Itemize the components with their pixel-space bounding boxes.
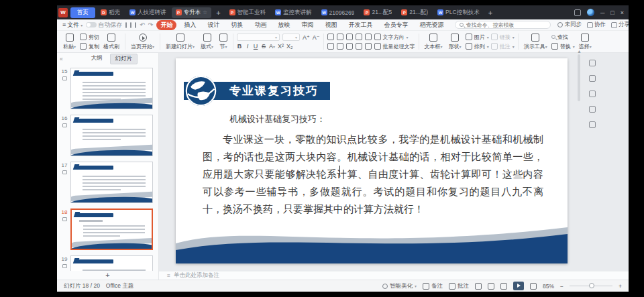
distribute-icon[interactable] — [365, 43, 372, 50]
strikethrough-button[interactable]: S — [261, 43, 266, 50]
file-menu[interactable]: ≡文件▾ — [62, 21, 83, 29]
account-avatar[interactable] — [587, 9, 594, 16]
justify-icon[interactable] — [356, 43, 362, 50]
bold-button[interactable]: B — [237, 43, 242, 50]
slide-canvas[interactable]: 专业课复习技巧 机械设计基础复习技巧： 专业课这一块，零散的知识点比较多，我学的… — [176, 58, 568, 263]
slide-15-thumbnail[interactable] — [70, 68, 153, 109]
vertical-scrollbar[interactable] — [578, 54, 580, 101]
shapes-button[interactable]: 形状▾ — [447, 31, 464, 52]
cut-button[interactable]: 剪切 — [80, 34, 99, 41]
batch-text-button[interactable]: 批量处理文字 — [374, 43, 415, 50]
link-button[interactable]: 链接▾ — [491, 34, 515, 41]
slide-19-thumbnail[interactable] — [70, 255, 153, 271]
undo-icon[interactable]: ↶ — [140, 21, 145, 28]
tab-document-7[interactable]: WPLC控制技术 — [433, 7, 484, 18]
redo-icon[interactable]: ↷ — [148, 21, 154, 28]
close-button[interactable]: × — [621, 9, 624, 16]
ribbon-tab-transition[interactable]: 切换 — [227, 20, 247, 30]
textbox-button[interactable]: 文本框▾ — [423, 31, 445, 52]
notes-toggle-button[interactable]: 备注 — [423, 282, 443, 290]
tab-outline[interactable]: 大纲 — [87, 54, 107, 64]
play-from-current-button[interactable]: 当页开始▾ — [129, 31, 156, 52]
tab-slides[interactable]: 幻灯片 — [110, 54, 138, 64]
comments-toggle-button[interactable]: 批注 — [449, 282, 469, 290]
ribbon-tab-review[interactable]: 审阅 — [297, 20, 317, 30]
shrink-font-button[interactable]: A⁻ — [313, 34, 320, 41]
tab-document-1[interactable]: W人技巡聘讲 — [125, 7, 170, 18]
increase-indent-icon[interactable] — [356, 34, 362, 40]
layout-button[interactable]: 版式▾ — [199, 31, 215, 52]
tab-document-2[interactable]: P智能工业科 — [225, 7, 270, 18]
slide-body-text[interactable]: 专业课这一块，零散的知识点比较多，我学的是机械设计基础和机械制图，考的话也是这两… — [203, 131, 543, 218]
underline-button[interactable]: U — [253, 43, 258, 50]
smart-beautify-button[interactable]: 智能美化▾ — [382, 282, 417, 290]
font-size-select[interactable]: ▾ — [282, 34, 300, 41]
align-left-icon[interactable] — [327, 43, 334, 50]
ribbon-tab-design[interactable]: 设计 — [203, 20, 223, 30]
ribbon-tab-devtools[interactable]: 开发工具 — [344, 20, 376, 30]
subscript-button[interactable]: X₂ — [286, 43, 293, 50]
replace-button[interactable]: 替换▾ — [551, 43, 575, 50]
autosave-toggle[interactable]: 自动保存 — [86, 21, 122, 29]
ribbon-tab-slideshow[interactable]: 放映 — [274, 20, 294, 30]
ribbon-tab-docer-resources[interactable]: 稻壳资源 — [415, 20, 447, 30]
zoom-in-button[interactable]: + — [619, 283, 622, 290]
settings-icon[interactable] — [589, 75, 596, 82]
search-input[interactable] — [466, 22, 546, 28]
add-slide-button[interactable]: + — [105, 272, 109, 279]
arrange-button[interactable]: 排列▾ — [466, 43, 489, 50]
maximize-button[interactable]: □ — [610, 9, 614, 16]
slideshow-play-button[interactable] — [513, 282, 524, 290]
ribbon-tab-home[interactable]: 开始 — [156, 20, 176, 30]
notes-bar[interactable]: ≡ 单击此处添加备注 — [159, 271, 629, 280]
scroll-up-icon[interactable]: ▲ — [577, 49, 582, 54]
tab-document-4[interactable]: W21096269 — [317, 7, 359, 18]
minimize-button[interactable]: ─ — [600, 9, 604, 16]
copy-button[interactable]: 复制 — [80, 43, 99, 50]
align-center-icon[interactable] — [337, 43, 343, 50]
slide-editing-area[interactable]: 专业课复习技巧 机械设计基础复习技巧： 专业课这一块，零散的知识点比较多，我学的… — [159, 53, 629, 271]
view-normal-button[interactable] — [475, 283, 482, 290]
media-icon[interactable] — [589, 121, 596, 128]
tab-document-active[interactable]: P专升本☆ — [172, 7, 212, 18]
star-icon[interactable]: ☆ — [203, 9, 207, 15]
font-color-button[interactable]: A▾ — [269, 43, 275, 50]
tab-document-6[interactable]: P21...配) — [397, 7, 432, 18]
format-painter-button[interactable]: 格式刷 — [101, 31, 121, 52]
add-tab-button[interactable]: + — [213, 9, 223, 17]
theme-name[interactable]: Office 主题 — [106, 282, 133, 290]
print-preview-icon[interactable] — [135, 22, 136, 28]
find-button[interactable]: 查找 — [551, 34, 575, 41]
zoom-out-button[interactable]: − — [560, 283, 564, 290]
slide-17-thumbnail[interactable] — [70, 162, 153, 203]
sync-status[interactable]: 未同步 — [557, 21, 582, 29]
decrease-indent-icon[interactable] — [346, 34, 353, 40]
skin-center-icon[interactable] — [574, 9, 581, 16]
superscript-button[interactable]: X² — [278, 43, 284, 50]
history-icon[interactable] — [589, 106, 596, 113]
view-sorter-button[interactable] — [488, 283, 494, 290]
tab-home[interactable]: 首页 — [70, 7, 95, 18]
slide-16-thumbnail[interactable] — [70, 115, 153, 156]
new-slide-button[interactable]: 新建幻灯片▾ — [164, 31, 197, 52]
ribbon-tab-insert[interactable]: 插入 — [180, 20, 200, 30]
bullet-list-icon[interactable] — [327, 34, 334, 40]
ribbon-tab-view[interactable]: 视图 — [321, 20, 341, 30]
section-button[interactable]: 节▾ — [217, 31, 229, 52]
paste-button[interactable]: 粘贴▾ — [61, 31, 78, 52]
tab-document-3[interactable]: W监控表讲解 — [271, 7, 316, 18]
zoom-slider-knob[interactable] — [589, 283, 594, 288]
present-tools-button[interactable]: 演示工具▾ — [522, 31, 549, 52]
collapse-panel-icon[interactable]: « — [60, 56, 63, 62]
tab-document-5[interactable]: P21...配5 — [360, 7, 396, 18]
grow-font-button[interactable]: A⁺ — [303, 34, 310, 41]
tab-docer[interactable]: D稻壳 — [97, 7, 124, 18]
italic-button[interactable]: I — [245, 43, 250, 50]
slide-subtitle[interactable]: 机械设计基础复习技巧： — [229, 113, 325, 125]
picture-button[interactable]: 图片▾ — [466, 34, 489, 41]
ribbon-tab-animation[interactable]: 动画 — [250, 20, 270, 30]
numbered-list-icon[interactable] — [337, 34, 343, 40]
print-icon[interactable] — [130, 22, 131, 28]
align-right-icon[interactable] — [346, 43, 353, 50]
save-icon[interactable] — [125, 22, 127, 28]
